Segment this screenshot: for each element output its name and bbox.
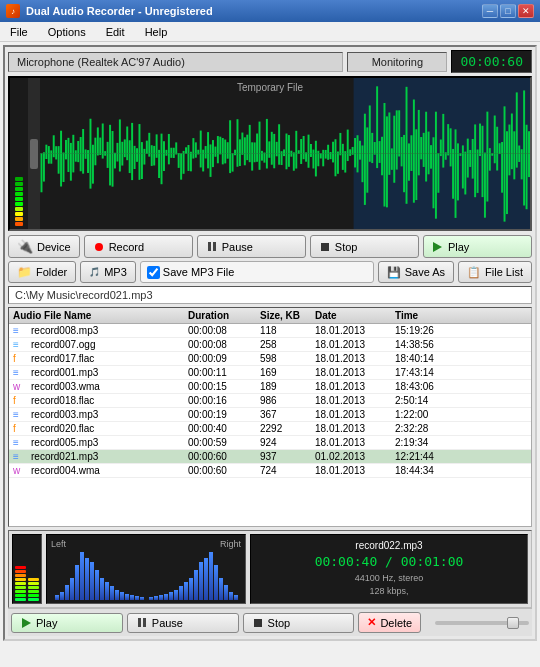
device-button[interactable]: 🔌 Device: [8, 235, 80, 258]
file-date-cell: 18.01.2013: [315, 423, 395, 434]
stop-icon: [319, 241, 331, 253]
file-size-cell: 598: [260, 353, 315, 364]
bottom-stop-button[interactable]: Stop: [243, 613, 355, 633]
menu-bar: File Options Edit Help: [0, 22, 540, 42]
device-row: Microphone (Realtek AC'97 Audio) Monitor…: [8, 50, 532, 73]
stop-button[interactable]: Stop: [310, 235, 419, 258]
header-time: Time: [395, 310, 465, 321]
file-time-cell: 18:43:06: [395, 381, 465, 392]
file-size-cell: 189: [260, 381, 315, 392]
table-row[interactable]: ≡ record021.mp3 00:00:60 937 01.02.2013 …: [9, 450, 531, 464]
folder-icon: 📁: [17, 265, 32, 279]
file-date-cell: 18.01.2013: [315, 381, 395, 392]
play-button[interactable]: Play: [423, 235, 532, 258]
menu-file[interactable]: File: [4, 25, 34, 39]
table-row[interactable]: ≡ record008.mp3 00:00:08 118 18.01.2013 …: [9, 324, 531, 338]
title-bar: ♪ Dual Audio Recorder - Unregistered ─ □…: [0, 0, 540, 22]
table-row[interactable]: w record003.wma 00:00:15 189 18.01.2013 …: [9, 380, 531, 394]
level-bar: [15, 187, 23, 191]
file-size-cell: 118: [260, 325, 315, 336]
mp3-button[interactable]: 🎵 MP3: [80, 261, 136, 283]
minimize-button[interactable]: ─: [482, 4, 498, 18]
spectrum-left-label: Left: [51, 539, 66, 549]
table-row[interactable]: ≡ record001.mp3 00:00:11 169 18.01.2013 …: [9, 366, 531, 380]
save-mp3-checkbox-label[interactable]: Save MP3 File: [140, 261, 374, 283]
maximize-button[interactable]: □: [500, 4, 516, 18]
file-size-cell: 724: [260, 465, 315, 476]
file-duration-cell: 00:00:59: [188, 437, 260, 448]
table-row[interactable]: ≡ record007.ogg 00:00:08 258 18.01.2013 …: [9, 338, 531, 352]
file-date-cell: 18.01.2013: [315, 437, 395, 448]
pause-button[interactable]: Pause: [197, 235, 306, 258]
volume-slider-thumb[interactable]: [507, 617, 519, 629]
save-as-button[interactable]: 💾 Save As: [378, 261, 454, 283]
file-size-cell: 2292: [260, 423, 315, 434]
bottom-stop-icon: [252, 617, 264, 629]
bottom-panel: Left Right record022.mp3 00:00:40 / 00:0…: [8, 530, 532, 608]
table-row[interactable]: f record020.flac 00:00:40 2292 18.01.201…: [9, 422, 531, 436]
file-type-icon: ≡: [13, 367, 29, 378]
waveform-canvas: [40, 78, 530, 229]
file-duration-cell: 00:00:19: [188, 409, 260, 420]
table-row[interactable]: ≡ record005.mp3 00:00:59 924 18.01.2013 …: [9, 436, 531, 450]
header-duration: Duration: [188, 310, 260, 321]
file-name-cell: record001.mp3: [31, 367, 188, 378]
menu-options[interactable]: Options: [42, 25, 92, 39]
file-duration-cell: 00:00:60: [188, 465, 260, 476]
header-name: Audio File Name: [13, 310, 188, 321]
table-row[interactable]: f record018.flac 00:00:16 986 18.01.2013…: [9, 394, 531, 408]
file-duration-cell: 00:00:16: [188, 395, 260, 406]
info-bitrate: 128 kbps,: [369, 585, 408, 599]
main-area: Microphone (Realtek AC'97 Audio) Monitor…: [3, 45, 537, 641]
file-size-cell: 367: [260, 409, 315, 420]
bottom-pause-icon: [136, 617, 148, 629]
file-date-cell: 18.01.2013: [315, 339, 395, 350]
file-duration-cell: 00:00:11: [188, 367, 260, 378]
file-duration-cell: 00:00:09: [188, 353, 260, 364]
header-size: Size, KB: [260, 310, 315, 321]
folder-button[interactable]: 📁 Folder: [8, 261, 76, 283]
info-sample-rate: 44100 Hz, stereo: [355, 572, 424, 586]
level-bar: [15, 177, 23, 181]
level-bar: [15, 207, 23, 211]
volume-slider[interactable]: [435, 621, 529, 625]
file-date-cell: 18.01.2013: [315, 353, 395, 364]
file-duration-cell: 00:00:60: [188, 451, 260, 462]
file-name-cell: record021.mp3: [31, 451, 188, 462]
file-name-cell: record004.wma: [31, 465, 188, 476]
bottom-play-button[interactable]: Play: [11, 613, 123, 633]
file-time-cell: 14:38:56: [395, 339, 465, 350]
bottom-delete-button[interactable]: ✕ Delete: [358, 612, 421, 633]
meter-right: [28, 566, 39, 601]
file-name-cell: record003.mp3: [31, 409, 188, 420]
file-list-button[interactable]: 📋 File List: [458, 261, 532, 283]
delete-icon: ✕: [367, 616, 376, 629]
file-size-cell: 258: [260, 339, 315, 350]
pause-icon: [206, 241, 218, 253]
file-duration-cell: 00:00:08: [188, 325, 260, 336]
record-icon: [93, 241, 105, 253]
close-button[interactable]: ✕: [518, 4, 534, 18]
waveform-container: Temporary File: [8, 76, 532, 231]
table-row[interactable]: ≡ record003.mp3 00:00:19 367 18.01.2013 …: [9, 408, 531, 422]
table-row[interactable]: f record017.flac 00:00:09 598 18.01.2013…: [9, 352, 531, 366]
menu-edit[interactable]: Edit: [100, 25, 131, 39]
timer-display: 00:00:60: [451, 50, 532, 73]
menu-help[interactable]: Help: [139, 25, 174, 39]
controls-row2: 📁 Folder 🎵 MP3 Save MP3 File 💾 Save As 📋…: [8, 261, 532, 283]
file-list-icon: 📋: [467, 266, 481, 279]
file-size-cell: 924: [260, 437, 315, 448]
level-bar: [15, 212, 23, 216]
table-row[interactable]: w record004.wma 00:00:60 724 18.01.2013 …: [9, 464, 531, 478]
file-date-cell: 18.01.2013: [315, 409, 395, 420]
file-list-container[interactable]: Audio File Name Duration Size, KB Date T…: [8, 307, 532, 527]
bottom-pause-button[interactable]: Pause: [127, 613, 239, 633]
file-type-icon: w: [13, 465, 29, 476]
level-bar: [15, 202, 23, 206]
record-button[interactable]: Record: [84, 235, 193, 258]
file-time-cell: 18:40:14: [395, 353, 465, 364]
file-time-cell: 1:22:00: [395, 409, 465, 420]
file-name-cell: record008.mp3: [31, 325, 188, 336]
level-bar: [15, 197, 23, 201]
save-mp3-checkbox[interactable]: [147, 266, 160, 279]
